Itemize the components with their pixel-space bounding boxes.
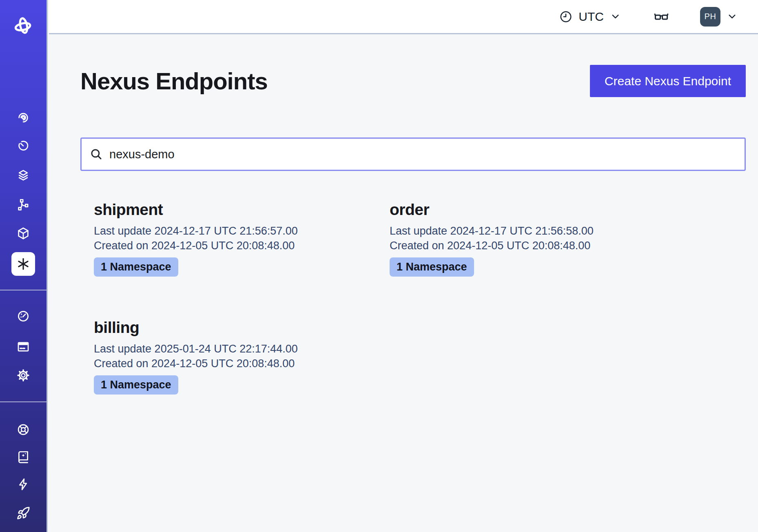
sidebar-item-rocket[interactable] [13,503,34,524]
namespace-badge: 1 Namespace [390,257,474,277]
sidebar-item-browser-card[interactable] [13,336,34,357]
rocket-icon [16,506,30,520]
search-input[interactable] [80,137,746,171]
book-sparkle-icon [16,450,30,464]
sidebar-item-layers[interactable] [13,165,34,186]
endpoint-created: Created on 2024-12-05 UTC 20:08:48.00 [94,356,376,371]
sidebar [0,0,48,532]
endpoint-name[interactable]: shipment [94,199,376,220]
logo[interactable] [12,15,35,38]
glasses-icon [654,9,669,24]
labs-mode-button[interactable] [654,9,669,24]
sidebar-item-gauge[interactable] [13,306,34,327]
endpoint-name[interactable]: billing [94,317,376,338]
endpoint-list: shipment Last update 2024-12-17 UTC 21:5… [80,199,746,395]
asterisk-icon [16,257,31,271]
endpoint-card-shipment[interactable]: shipment Last update 2024-12-17 UTC 21:5… [80,199,376,277]
endpoint-last-update: Last update 2024-12-17 UTC 21:56:58.00 [390,224,746,238]
layers-icon [16,168,30,182]
branch-icon [16,198,30,212]
browser-card-icon [16,340,30,354]
sidebar-item-branch[interactable] [13,194,34,215]
endpoint-last-update: Last update 2025-01-24 UTC 22:17:44.00 [94,341,376,356]
clock-icon [559,10,572,23]
chevron-down-icon [610,11,621,22]
sidebar-item-asterisk-selected[interactable] [11,252,35,276]
top-bar: UTC PH [49,0,758,34]
main-content: Nexus Endpoints Create Nexus Endpoint sh… [49,35,758,532]
endpoint-name[interactable]: order [390,199,746,220]
endpoint-last-update: Last update 2024-12-17 UTC 21:56:57.00 [94,224,376,238]
sidebar-divider [0,401,47,402]
namespace-badge: 1 Namespace [94,375,178,395]
sidebar-item-lightning[interactable] [13,474,34,495]
lifebuoy-icon [16,423,30,437]
page-title: Nexus Endpoints [80,67,268,95]
sidebar-item-gear[interactable] [13,365,34,386]
temporal-logo-icon [12,15,35,38]
timezone-selector[interactable]: UTC [559,10,621,24]
sidebar-item-cube[interactable] [13,223,34,244]
sidebar-item-lifebuoy[interactable] [13,419,34,440]
timezone-label: UTC [578,10,604,24]
create-nexus-endpoint-button[interactable]: Create Nexus Endpoint [590,65,746,97]
sidebar-item-book-sparkle[interactable] [13,446,34,468]
lightning-icon [16,477,30,491]
sidebar-item-timer[interactable] [13,135,34,156]
gauge-icon [16,309,30,323]
endpoint-card-billing[interactable]: billing Last update 2025-01-24 UTC 22:17… [80,317,376,395]
endpoint-created: Created on 2024-12-05 UTC 20:08:48.00 [390,238,746,253]
chevron-down-icon [727,11,738,22]
timer-icon [16,139,30,153]
avatar[interactable]: PH [700,7,720,27]
gear-icon [16,368,30,382]
endpoint-created: Created on 2024-12-05 UTC 20:08:48.00 [94,238,376,253]
endpoint-card-order[interactable]: order Last update 2024-12-17 UTC 21:56:5… [376,199,746,277]
search-icon [89,147,103,161]
account-menu[interactable]: PH [700,7,738,27]
cube-icon [16,226,30,240]
namespace-badge: 1 Namespace [94,257,178,277]
spiral-icon [16,110,30,124]
sidebar-item-spiral[interactable] [13,106,34,128]
sidebar-divider [0,290,47,290]
